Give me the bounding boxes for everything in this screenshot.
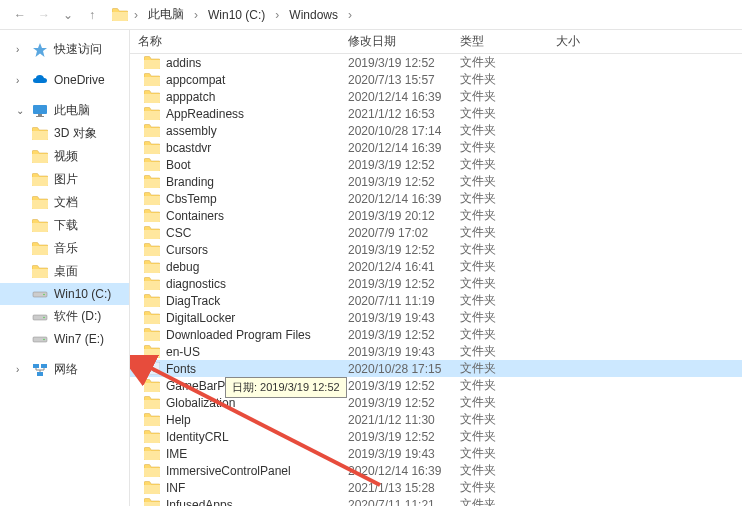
sidebar-label: 网络	[54, 361, 78, 378]
column-header-type[interactable]: 类型	[452, 30, 548, 54]
file-date: 2019/3/19 19:43	[340, 311, 452, 325]
sidebar-item-thispc[interactable]: ⌄ 此电脑	[0, 99, 129, 122]
file-type: 文件夹	[452, 71, 548, 88]
folder-icon	[144, 73, 160, 86]
file-row[interactable]: INF2021/1/13 15:28文件夹	[130, 479, 742, 496]
toolbar: ← → ⌄ ↑ › 此电脑 › Win10 (C:) › Windows ›	[0, 0, 742, 30]
breadcrumb[interactable]: › 此电脑 › Win10 (C:) › Windows ›	[112, 4, 354, 25]
file-date: 2020/10/28 17:14	[340, 124, 452, 138]
sidebar-label: 桌面	[54, 263, 78, 280]
file-name: appcompat	[166, 73, 225, 87]
file-row[interactable]: GameBarPres2019/3/19 12:52文件夹	[130, 377, 742, 394]
file-type: 文件夹	[452, 105, 548, 122]
sidebar-label: 快速访问	[54, 41, 102, 58]
file-row[interactable]: Branding2019/3/19 12:52文件夹	[130, 173, 742, 190]
file-date: 2020/12/4 16:41	[340, 260, 452, 274]
sidebar-item-downloads[interactable]: 下载	[0, 214, 129, 237]
file-row[interactable]: diagnostics2019/3/19 12:52文件夹	[130, 275, 742, 292]
file-type: 文件夹	[452, 360, 548, 377]
file-row[interactable]: bcastdvr2020/12/14 16:39文件夹	[130, 139, 742, 156]
breadcrumb-sep: ›	[134, 8, 138, 22]
nav-back-button[interactable]: ←	[8, 3, 32, 27]
sidebar-item-videos[interactable]: 视频	[0, 145, 129, 168]
breadcrumb-drive[interactable]: Win10 (C:)	[204, 6, 269, 24]
file-row[interactable]: CSC2020/7/9 17:02文件夹	[130, 224, 742, 241]
file-type: 文件夹	[452, 122, 548, 139]
file-row[interactable]: ImmersiveControlPanel2020/12/14 16:39文件夹	[130, 462, 742, 479]
file-row[interactable]: Downloaded Program Files2019/3/19 12:52文…	[130, 326, 742, 343]
file-row[interactable]: en-US2019/3/19 19:43文件夹	[130, 343, 742, 360]
file-name: ImmersiveControlPanel	[166, 464, 291, 478]
folder-icon	[144, 481, 160, 494]
file-name: diagnostics	[166, 277, 226, 291]
sidebar-item-win7-drive[interactable]: Win7 (E:)	[0, 328, 129, 350]
breadcrumb-folder[interactable]: Windows	[285, 6, 342, 24]
file-row[interactable]: addins2019/3/19 12:52文件夹	[130, 54, 742, 71]
file-row[interactable]: appcompat2020/7/13 15:57文件夹	[130, 71, 742, 88]
sidebar-item-network[interactable]: › 网络	[0, 358, 129, 381]
sidebar-item-pictures[interactable]: 图片	[0, 168, 129, 191]
file-type: 文件夹	[452, 411, 548, 428]
nav-up-button[interactable]: ↑	[80, 3, 104, 27]
column-header-date[interactable]: 修改日期	[340, 30, 452, 54]
sidebar-item-onedrive[interactable]: › OneDrive	[0, 69, 129, 91]
sidebar-item-desktop[interactable]: 桌面	[0, 260, 129, 283]
sidebar-item-3dobjects[interactable]: 3D 对象	[0, 122, 129, 145]
file-name: CbsTemp	[166, 192, 217, 206]
file-row[interactable]: apppatch2020/12/14 16:39文件夹	[130, 88, 742, 105]
folder-icon	[144, 277, 160, 290]
sidebar-item-win10-drive[interactable]: Win10 (C:)	[0, 283, 129, 305]
file-row[interactable]: Globalization2019/3/19 12:52文件夹	[130, 394, 742, 411]
breadcrumb-root[interactable]: 此电脑	[144, 4, 188, 25]
file-date: 2019/3/19 20:12	[340, 209, 452, 223]
sidebar-item-documents[interactable]: 文档	[0, 191, 129, 214]
file-row[interactable]: DiagTrack2020/7/11 11:19文件夹	[130, 292, 742, 309]
file-row[interactable]: assembly2020/10/28 17:14文件夹	[130, 122, 742, 139]
file-type: 文件夹	[452, 292, 548, 309]
nav-forward-button[interactable]: →	[32, 3, 56, 27]
sidebar-item-music[interactable]: 音乐	[0, 237, 129, 260]
file-name: IdentityCRL	[166, 430, 229, 444]
column-header-name[interactable]: 名称	[130, 30, 340, 54]
file-row[interactable]: IME2019/3/19 19:43文件夹	[130, 445, 742, 462]
drive-icon	[32, 286, 48, 302]
file-date: 2021/1/12 11:30	[340, 413, 452, 427]
file-row[interactable]: DigitalLocker2019/3/19 19:43文件夹	[130, 309, 742, 326]
file-row[interactable]: AppReadiness2021/1/12 16:53文件夹	[130, 105, 742, 122]
file-name: Containers	[166, 209, 224, 223]
file-row[interactable]: Boot2019/3/19 12:52文件夹	[130, 156, 742, 173]
folder-icon	[144, 209, 160, 222]
file-type: 文件夹	[452, 88, 548, 105]
file-row[interactable]: Containers2019/3/19 20:12文件夹	[130, 207, 742, 224]
sidebar-label: 音乐	[54, 240, 78, 257]
folder-icon	[144, 124, 160, 137]
folder-icon	[144, 328, 160, 341]
sidebar-item-quick-access[interactable]: › 快速访问	[0, 38, 129, 61]
column-header-size[interactable]: 大小	[548, 30, 742, 54]
file-row[interactable]: Help2021/1/12 11:30文件夹	[130, 411, 742, 428]
folder-icon	[144, 175, 160, 188]
sidebar-item-soft-drive[interactable]: 软件 (D:)	[0, 305, 129, 328]
file-row[interactable]: Fonts2020/10/28 17:15文件夹	[130, 360, 742, 377]
file-row[interactable]: debug2020/12/4 16:41文件夹	[130, 258, 742, 275]
breadcrumb-sep: ›	[275, 8, 279, 22]
file-date: 2019/3/19 12:52	[340, 243, 452, 257]
file-row[interactable]: IdentityCRL2019/3/19 12:52文件夹	[130, 428, 742, 445]
file-name: CSC	[166, 226, 191, 240]
sidebar-label: OneDrive	[54, 73, 105, 87]
file-date: 2020/10/28 17:15	[340, 362, 452, 376]
file-name: addins	[166, 56, 201, 70]
file-type: 文件夹	[452, 326, 548, 343]
file-name: DigitalLocker	[166, 311, 235, 325]
file-name: apppatch	[166, 90, 215, 104]
file-date: 2020/7/11 11:19	[340, 294, 452, 308]
folder-icon	[144, 260, 160, 273]
sidebar-label: Win7 (E:)	[54, 332, 104, 346]
file-row[interactable]: InfusedApps2020/7/11 11:21文件夹	[130, 496, 742, 506]
nav-recent-button[interactable]: ⌄	[56, 3, 80, 27]
folder-icon	[144, 345, 160, 358]
sidebar-label: Win10 (C:)	[54, 287, 111, 301]
file-date: 2019/3/19 12:52	[340, 328, 452, 342]
file-row[interactable]: CbsTemp2020/12/14 16:39文件夹	[130, 190, 742, 207]
file-row[interactable]: Cursors2019/3/19 12:52文件夹	[130, 241, 742, 258]
